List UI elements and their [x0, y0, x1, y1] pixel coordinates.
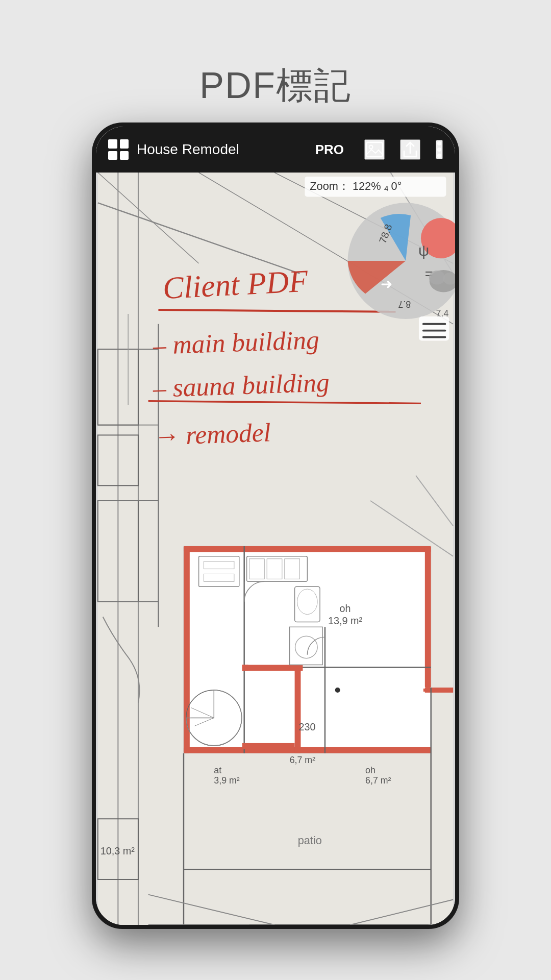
svg-point-1	[369, 145, 373, 149]
svg-rect-26	[425, 546, 431, 688]
svg-point-90	[429, 271, 445, 285]
svg-text:6,7 m²: 6,7 m²	[290, 755, 316, 765]
grid-icon[interactable]	[108, 139, 129, 160]
content-area: 10,3 m²	[96, 173, 455, 925]
page-background-title: PDF標記	[0, 61, 551, 110]
svg-text:Zoom：  122%  ₄  0°: Zoom： 122% ₄ 0°	[310, 180, 402, 192]
svg-rect-34	[242, 665, 303, 671]
image-button[interactable]	[364, 139, 385, 160]
svg-text:→ remodel: → remodel	[153, 418, 271, 451]
svg-text:– main building: – main building	[152, 325, 320, 360]
svg-point-2	[437, 141, 441, 145]
svg-text:230: 230	[299, 721, 316, 732]
svg-text:13,9 m²: 13,9 m²	[328, 615, 362, 626]
svg-rect-33	[242, 743, 295, 749]
phone-frame: House Remodel PRO	[92, 122, 459, 929]
more-button[interactable]	[436, 140, 443, 159]
main-drawing-svg: 10,3 m²	[96, 173, 455, 925]
pro-badge: PRO	[315, 142, 344, 158]
svg-text:6,7 m²: 6,7 m²	[365, 775, 391, 786]
toolbar: House Remodel PRO	[96, 127, 455, 173]
svg-text:ψ: ψ	[418, 242, 429, 259]
svg-text:3,9 m²: 3,9 m²	[214, 775, 240, 786]
svg-text:oh: oh	[340, 603, 351, 614]
svg-point-4	[437, 154, 441, 158]
svg-point-3	[437, 148, 441, 152]
svg-point-61	[335, 688, 340, 693]
svg-text:➜: ➜	[381, 276, 392, 292]
svg-rect-31	[295, 665, 301, 753]
phone-wrapper: House Remodel PRO	[92, 122, 459, 929]
svg-text:at: at	[214, 765, 221, 775]
svg-text:patio: patio	[298, 834, 322, 847]
phone-screen: House Remodel PRO	[96, 127, 455, 925]
share-button[interactable]	[400, 139, 420, 160]
svg-text:oh: oh	[365, 765, 375, 775]
app-title: House Remodel	[137, 141, 315, 158]
svg-rect-0	[366, 142, 383, 157]
svg-text:8.7: 8.7	[398, 299, 411, 309]
toolbar-icons	[364, 139, 443, 160]
svg-rect-24	[184, 546, 431, 552]
svg-text:10,3 m²: 10,3 m²	[101, 845, 135, 856]
svg-text:– sauna building: – sauna building	[152, 368, 330, 403]
svg-rect-27	[184, 747, 431, 753]
